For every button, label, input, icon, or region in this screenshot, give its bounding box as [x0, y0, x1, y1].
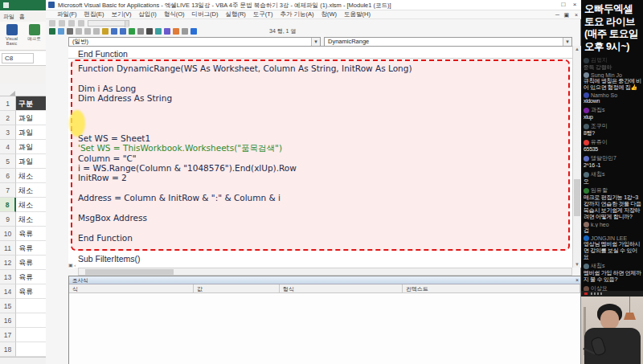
find-icon[interactable]: [102, 28, 109, 35]
row-number[interactable]: 9: [0, 212, 16, 227]
comment-block-icon[interactable]: [68, 20, 75, 27]
design-mode-icon[interactable]: [155, 28, 162, 35]
row-number[interactable]: 2: [0, 111, 16, 125]
menu-편집[interactable]: 편집(E): [84, 10, 104, 18]
excel-grid-header[interactable]: [0, 84, 46, 96]
break-icon[interactable]: [137, 28, 144, 35]
table-row[interactable]: 1구분: [0, 96, 46, 111]
row-cell[interactable]: 육류: [16, 270, 46, 284]
redo-icon[interactable]: [120, 28, 126, 35]
row-cell[interactable]: 육류: [16, 284, 46, 299]
row-number[interactable]: 18: [0, 342, 16, 357]
object-browser-icon[interactable]: [182, 28, 188, 35]
row-cell[interactable]: 과일: [16, 111, 46, 125]
excel-grid[interactable]: 1구분2과일3과일4과일5과일6채소7채소8채소9채소10육류11육류12육류1…: [0, 96, 46, 357]
menu-창[interactable]: 창(W): [322, 10, 338, 18]
row-cell[interactable]: [16, 342, 46, 357]
row-cell[interactable]: 채소: [16, 169, 46, 183]
row-cell[interactable]: 과일: [16, 125, 46, 140]
row-cell[interactable]: 육류: [16, 241, 46, 256]
menu-추가 기능[interactable]: 추가 기능(A): [280, 10, 313, 18]
watch-column-컨텍스트[interactable]: 컨텍스트: [403, 284, 580, 293]
bookmark-icon[interactable]: [78, 20, 84, 27]
undo-icon[interactable]: [111, 28, 117, 35]
insert-userform-icon[interactable]: [58, 28, 64, 35]
row-cell[interactable]: 채소: [16, 183, 46, 198]
table-row[interactable]: 12육류: [0, 256, 46, 270]
row-number[interactable]: 5: [0, 154, 16, 169]
table-row[interactable]: 5과일: [0, 154, 46, 169]
table-row[interactable]: 10육류: [0, 227, 46, 241]
table-row[interactable]: 3과일: [0, 125, 46, 140]
ribbon-button[interactable]: Visual Basic: [2, 23, 22, 49]
close-button[interactable]: ×: [570, 1, 580, 8]
row-cell[interactable]: 채소: [16, 198, 46, 212]
row-number[interactable]: 1: [0, 96, 16, 111]
watch-body[interactable]: [69, 293, 580, 364]
row-number[interactable]: 4: [0, 140, 16, 154]
table-row[interactable]: 18: [0, 342, 46, 357]
mdi-restore-button[interactable]: ▣: [563, 12, 569, 18]
row-number[interactable]: 12: [0, 256, 16, 270]
menu-파일[interactable]: 파일(F): [57, 10, 77, 18]
code-horizontal-scrollbar[interactable]: [78, 268, 572, 276]
scroll-up-icon[interactable]: ▲: [573, 47, 581, 51]
ribbon-button[interactable]: 매크로: [24, 23, 44, 49]
row-number[interactable]: 11: [0, 241, 16, 256]
table-row[interactable]: 4과일: [0, 140, 46, 154]
table-row[interactable]: 7채소: [0, 183, 46, 198]
menu-보기[interactable]: 보기(V): [112, 10, 132, 18]
paste-icon[interactable]: [93, 28, 100, 35]
row-cell[interactable]: 과일: [16, 140, 46, 154]
scrollbar-thumb[interactable]: [574, 179, 580, 216]
spinner-arrows-icon[interactable]: [125, 21, 129, 27]
table-row[interactable]: 6채소: [0, 169, 46, 183]
row-cell[interactable]: [16, 313, 46, 328]
table-row[interactable]: 9채소: [0, 212, 46, 227]
row-number[interactable]: 6: [0, 169, 16, 183]
row-cell[interactable]: 구분: [16, 96, 46, 111]
table-row[interactable]: 15: [0, 299, 46, 313]
cut-icon[interactable]: [76, 28, 82, 35]
ribbon-tab-홈[interactable]: 홈: [19, 13, 25, 21]
table-row[interactable]: 2과일: [0, 111, 46, 125]
split-handle-icon[interactable]: ▣ ‹: [68, 262, 78, 268]
row-number[interactable]: 14: [0, 284, 16, 299]
menu-도구[interactable]: 도구(T): [253, 10, 273, 18]
code-editor[interactable]: End Function Function DynamicRange(WS As…: [68, 46, 572, 268]
tab-width-spinner[interactable]: [88, 20, 129, 27]
reset-icon[interactable]: [146, 28, 153, 35]
row-cell[interactable]: 육류: [16, 227, 46, 241]
watch-column-값[interactable]: 값: [194, 284, 280, 293]
row-number[interactable]: 17: [0, 328, 16, 342]
table-row[interactable]: 17: [0, 328, 46, 342]
copy-icon[interactable]: [84, 28, 91, 35]
maximize-button[interactable]: □: [559, 1, 568, 8]
row-cell[interactable]: [16, 299, 46, 313]
row-number[interactable]: 8: [0, 198, 16, 212]
menu-도움말[interactable]: 도움말(H): [344, 10, 371, 18]
row-number[interactable]: 10: [0, 227, 16, 241]
table-row[interactable]: 13육류: [0, 270, 46, 284]
row-number[interactable]: 7: [0, 183, 16, 198]
menu-실행[interactable]: 실행(R): [225, 10, 245, 18]
mdi-close-button[interactable]: ×: [575, 12, 578, 18]
project-explorer-icon[interactable]: [164, 28, 170, 35]
code-vertical-scrollbar[interactable]: ▲ ▼: [572, 46, 581, 268]
help-icon[interactable]: [190, 28, 197, 35]
outdent-icon[interactable]: [59, 20, 65, 27]
select-all-corner-icon[interactable]: [10, 91, 15, 96]
row-number[interactable]: 15: [0, 299, 16, 313]
row-cell[interactable]: 육류: [16, 256, 46, 270]
chat-message-list[interactable]: 김멍지중독 강렬하Sung Min Jo규칙에 명칭은 중간에 비어 있으면 협…: [584, 56, 641, 291]
watch-column-식[interactable]: 식: [69, 284, 194, 293]
row-number[interactable]: 13: [0, 270, 16, 284]
excel-horizontal-scrollbar[interactable]: [0, 357, 46, 364]
properties-window-icon[interactable]: [173, 28, 179, 35]
row-number[interactable]: 3: [0, 125, 16, 140]
chevron-down-icon[interactable]: ▾: [311, 38, 320, 46]
table-row[interactable]: 11육류: [0, 241, 46, 256]
save-icon[interactable]: [67, 28, 73, 35]
close-icon[interactable]: ×: [575, 276, 579, 284]
ribbon-tab-파일[interactable]: 파일: [3, 13, 14, 21]
